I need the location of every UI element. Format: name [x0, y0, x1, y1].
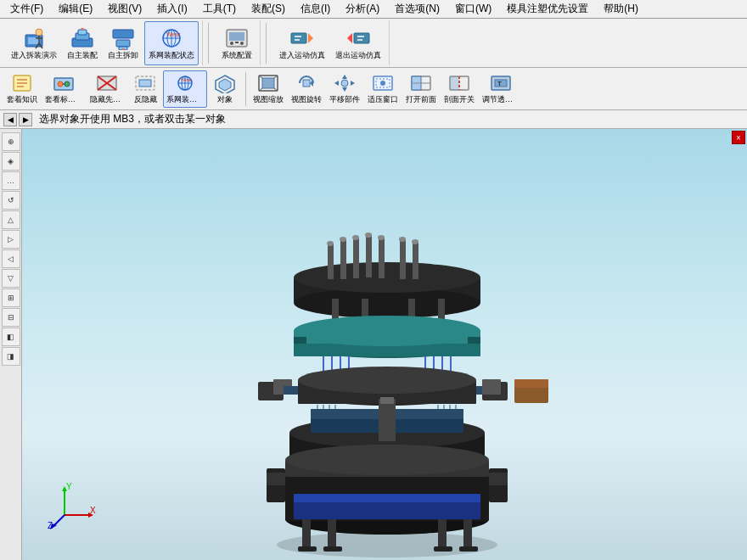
- svg-rect-155: [434, 546, 452, 552]
- section-button[interactable]: 剖面开关: [441, 70, 478, 108]
- open-panel-button[interactable]: 打开前面: [402, 70, 440, 108]
- network-status2-icon: Wear: [173, 73, 197, 93]
- self-assembly-button[interactable]: 自主装配: [63, 21, 102, 65]
- svg-marker-57: [310, 80, 313, 87]
- menu-assembly[interactable]: 装配(S): [244, 0, 292, 18]
- lt-btn-10[interactable]: ⊟: [2, 308, 20, 327]
- menu-tools[interactable]: 工具(T): [196, 0, 243, 18]
- lt-btn-7[interactable]: ◁: [2, 249, 20, 268]
- svg-point-82: [327, 241, 334, 246]
- menu-info[interactable]: 信息(I): [294, 0, 337, 18]
- system-config-icon: [223, 26, 250, 50]
- svg-point-146: [285, 445, 489, 475]
- network-assembly-label: 系网装配状态: [149, 52, 194, 60]
- fit-button[interactable]: 视图缩放: [250, 70, 287, 108]
- section-label: 剖面开关: [444, 94, 475, 105]
- svg-text:T: T: [497, 80, 502, 87]
- svg-point-86: [352, 235, 359, 240]
- lt-btn-5[interactable]: △: [2, 210, 20, 229]
- network-status2-button[interactable]: Wear 系网装配状态: [163, 70, 207, 108]
- pressure-window-button[interactable]: 适压窗口: [364, 70, 402, 108]
- svg-point-21: [240, 42, 244, 45]
- svg-point-66: [380, 81, 385, 86]
- forward-arrow-button[interactable]: ▶: [19, 113, 32, 126]
- menu-analysis[interactable]: 分析(A): [339, 0, 386, 18]
- transparency-icon: T: [489, 73, 513, 93]
- pan-button[interactable]: 平移部件: [326, 70, 363, 108]
- exit-motion-sim-button[interactable]: 退出运动仿真: [331, 21, 385, 65]
- rotate-icon: [295, 73, 318, 93]
- lt-btn-1[interactable]: ⊕: [2, 132, 20, 151]
- network-assembly-button[interactable]: Wear 系网装配状态: [144, 21, 199, 65]
- viewport[interactable]: ×: [22, 129, 747, 560]
- transparency-label: 调节透明度(): [482, 94, 520, 105]
- svg-rect-141: [379, 399, 396, 441]
- svg-point-2: [36, 29, 42, 36]
- section-icon: [447, 73, 471, 93]
- show-hidden-button[interactable]: 反隐藏: [128, 70, 162, 108]
- svg-rect-43: [139, 80, 151, 87]
- menu-bar: 文件(F) 编辑(E) 视图(V) 插入(I) 工具(T) 装配(S) 信息(I…: [0, 0, 747, 19]
- svg-rect-58: [303, 80, 310, 87]
- svg-rect-27: [354, 33, 369, 43]
- enter-assembly-label: 进入拆装演示: [11, 52, 57, 60]
- knowledge-label: 套着知识: [7, 94, 37, 105]
- pressure-window-icon: [371, 73, 395, 93]
- svg-text:Wear: Wear: [166, 31, 181, 37]
- svg-rect-160: [489, 473, 508, 485]
- knowledge-button[interactable]: 套着知识: [3, 70, 41, 108]
- enter-motion-sim-icon: [289, 26, 316, 50]
- enter-assembly-icon: [20, 26, 48, 50]
- menu-window[interactable]: 窗口(W): [448, 0, 498, 18]
- lt-btn-11[interactable]: ◧: [2, 328, 20, 346]
- nav-arrows: ◀ ▶: [3, 113, 32, 126]
- enter-assembly-button[interactable]: 进入拆装演示: [7, 21, 61, 65]
- hide-selection-button[interactable]: 隐藏先选对象: [87, 70, 127, 108]
- svg-rect-19: [229, 32, 244, 41]
- rotate-button[interactable]: 视图旋转: [288, 70, 325, 108]
- fit-icon: [256, 73, 280, 93]
- lt-btn-3[interactable]: …: [2, 171, 20, 190]
- object-label: 对象: [217, 94, 233, 105]
- exit-motion-sim-label: 退出运动仿真: [335, 52, 381, 60]
- svg-marker-62: [351, 81, 355, 86]
- svg-point-36: [58, 81, 63, 87]
- transparency-button[interactable]: T 调节透明度(): [479, 70, 523, 108]
- system-config-button[interactable]: 系统配置: [217, 21, 256, 65]
- svg-text:Y: Y: [66, 482, 72, 491]
- svg-rect-104: [468, 337, 480, 344]
- pressure-window-label: 适压窗口: [368, 94, 398, 105]
- network-status2-label: 系网装配状态: [166, 94, 204, 105]
- menu-view[interactable]: 视图(V): [101, 0, 149, 18]
- svg-rect-154: [323, 546, 342, 552]
- back-arrow-button[interactable]: ◀: [3, 113, 17, 126]
- menu-preferences[interactable]: 首选项(N): [388, 0, 447, 18]
- svg-point-94: [412, 239, 418, 244]
- object-button[interactable]: 对象: [208, 70, 242, 108]
- svg-rect-83: [340, 239, 346, 279]
- menu-insert[interactable]: 插入(I): [150, 0, 194, 18]
- lt-btn-12[interactable]: ◨: [2, 347, 20, 366]
- svg-rect-72: [450, 76, 459, 90]
- pan-icon: [333, 73, 357, 93]
- svg-point-127: [298, 367, 476, 394]
- lt-btn-4[interactable]: ↺: [2, 191, 20, 210]
- svg-marker-24: [308, 33, 313, 43]
- svg-rect-10: [113, 30, 133, 38]
- svg-rect-152: [463, 519, 472, 549]
- svg-point-92: [399, 237, 406, 242]
- lt-btn-2[interactable]: ◈: [2, 152, 20, 171]
- lt-btn-8[interactable]: ▽: [2, 269, 20, 288]
- menu-help[interactable]: 帮助(H): [597, 0, 645, 18]
- menu-edit[interactable]: 编辑(E): [52, 0, 99, 18]
- toolbar-group-motion: 进入运动仿真 退出运动仿真: [272, 20, 390, 65]
- marker-parts-button[interactable]: 套看标准部件: [42, 70, 86, 108]
- svg-rect-156: [459, 546, 478, 552]
- lt-btn-6[interactable]: ▷: [2, 230, 20, 249]
- menu-file[interactable]: 文件(F): [3, 0, 50, 18]
- network-assembly-icon: Wear: [158, 26, 185, 50]
- self-disassembly-button[interactable]: 自主拆卸: [104, 21, 143, 65]
- menu-mold[interactable]: 模具注塑优先设置: [500, 0, 595, 18]
- lt-btn-9[interactable]: ⊞: [2, 288, 20, 307]
- enter-motion-sim-button[interactable]: 进入运动仿真: [275, 21, 329, 65]
